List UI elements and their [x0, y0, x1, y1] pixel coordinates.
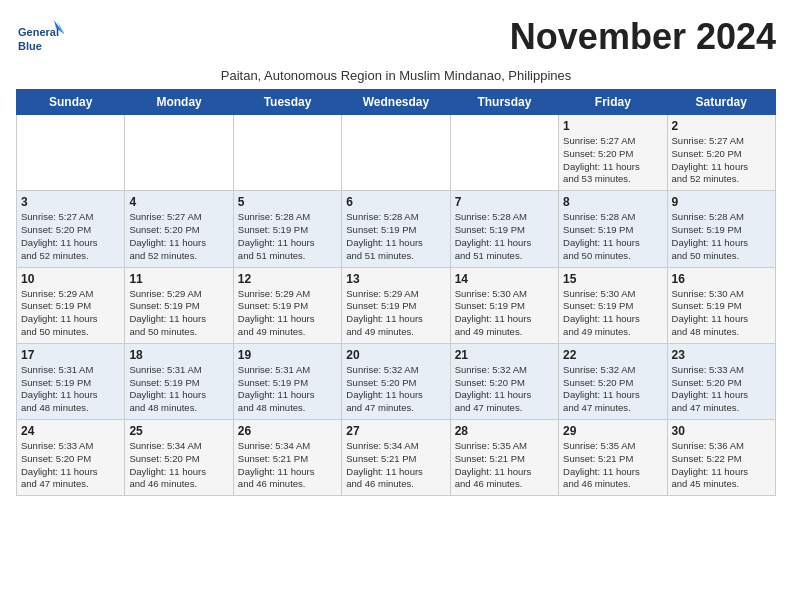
calendar-cell: 4Sunrise: 5:27 AM Sunset: 5:20 PM Daylig… [125, 191, 233, 267]
day-number: 4 [129, 195, 228, 209]
calendar-cell: 29Sunrise: 5:35 AM Sunset: 5:21 PM Dayli… [559, 420, 667, 496]
day-info: Sunrise: 5:30 AM Sunset: 5:19 PM Dayligh… [455, 288, 554, 339]
calendar-cell: 20Sunrise: 5:32 AM Sunset: 5:20 PM Dayli… [342, 343, 450, 419]
day-number: 13 [346, 272, 445, 286]
calendar-cell: 14Sunrise: 5:30 AM Sunset: 5:19 PM Dayli… [450, 267, 558, 343]
day-info: Sunrise: 5:34 AM Sunset: 5:21 PM Dayligh… [238, 440, 337, 491]
day-info: Sunrise: 5:30 AM Sunset: 5:19 PM Dayligh… [672, 288, 771, 339]
col-header-sunday: Sunday [17, 90, 125, 115]
day-info: Sunrise: 5:34 AM Sunset: 5:21 PM Dayligh… [346, 440, 445, 491]
day-info: Sunrise: 5:36 AM Sunset: 5:22 PM Dayligh… [672, 440, 771, 491]
col-header-tuesday: Tuesday [233, 90, 341, 115]
calendar-cell: 17Sunrise: 5:31 AM Sunset: 5:19 PM Dayli… [17, 343, 125, 419]
day-info: Sunrise: 5:28 AM Sunset: 5:19 PM Dayligh… [346, 211, 445, 262]
calendar-cell: 19Sunrise: 5:31 AM Sunset: 5:19 PM Dayli… [233, 343, 341, 419]
calendar-cell: 22Sunrise: 5:32 AM Sunset: 5:20 PM Dayli… [559, 343, 667, 419]
day-number: 6 [346, 195, 445, 209]
calendar-cell: 5Sunrise: 5:28 AM Sunset: 5:19 PM Daylig… [233, 191, 341, 267]
day-number: 10 [21, 272, 120, 286]
calendar-cell: 2Sunrise: 5:27 AM Sunset: 5:20 PM Daylig… [667, 115, 775, 191]
day-info: Sunrise: 5:29 AM Sunset: 5:19 PM Dayligh… [129, 288, 228, 339]
calendar-cell: 15Sunrise: 5:30 AM Sunset: 5:19 PM Dayli… [559, 267, 667, 343]
day-info: Sunrise: 5:32 AM Sunset: 5:20 PM Dayligh… [563, 364, 662, 415]
calendar-header-row: SundayMondayTuesdayWednesdayThursdayFrid… [17, 90, 776, 115]
day-number: 3 [21, 195, 120, 209]
day-number: 7 [455, 195, 554, 209]
svg-text:General: General [18, 26, 59, 38]
day-info: Sunrise: 5:35 AM Sunset: 5:21 PM Dayligh… [563, 440, 662, 491]
day-number: 17 [21, 348, 120, 362]
day-info: Sunrise: 5:29 AM Sunset: 5:19 PM Dayligh… [21, 288, 120, 339]
calendar-cell [450, 115, 558, 191]
calendar-week-row: 24Sunrise: 5:33 AM Sunset: 5:20 PM Dayli… [17, 420, 776, 496]
calendar-cell: 16Sunrise: 5:30 AM Sunset: 5:19 PM Dayli… [667, 267, 775, 343]
calendar-cell: 23Sunrise: 5:33 AM Sunset: 5:20 PM Dayli… [667, 343, 775, 419]
calendar-cell: 27Sunrise: 5:34 AM Sunset: 5:21 PM Dayli… [342, 420, 450, 496]
calendar-cell [233, 115, 341, 191]
calendar-cell: 9Sunrise: 5:28 AM Sunset: 5:19 PM Daylig… [667, 191, 775, 267]
day-number: 29 [563, 424, 662, 438]
subtitle: Paitan, Autonomous Region in Muslim Mind… [16, 68, 776, 83]
col-header-saturday: Saturday [667, 90, 775, 115]
calendar-week-row: 17Sunrise: 5:31 AM Sunset: 5:19 PM Dayli… [17, 343, 776, 419]
day-number: 19 [238, 348, 337, 362]
day-number: 26 [238, 424, 337, 438]
calendar-cell: 21Sunrise: 5:32 AM Sunset: 5:20 PM Dayli… [450, 343, 558, 419]
calendar-week-row: 1Sunrise: 5:27 AM Sunset: 5:20 PM Daylig… [17, 115, 776, 191]
day-number: 23 [672, 348, 771, 362]
month-title: November 2024 [510, 16, 776, 58]
day-info: Sunrise: 5:28 AM Sunset: 5:19 PM Dayligh… [238, 211, 337, 262]
col-header-monday: Monday [125, 90, 233, 115]
day-number: 11 [129, 272, 228, 286]
day-info: Sunrise: 5:29 AM Sunset: 5:19 PM Dayligh… [238, 288, 337, 339]
day-number: 25 [129, 424, 228, 438]
day-number: 18 [129, 348, 228, 362]
col-header-wednesday: Wednesday [342, 90, 450, 115]
header-section: General Blue November 2024 [16, 16, 776, 64]
day-number: 2 [672, 119, 771, 133]
day-number: 1 [563, 119, 662, 133]
calendar-cell: 28Sunrise: 5:35 AM Sunset: 5:21 PM Dayli… [450, 420, 558, 496]
day-number: 20 [346, 348, 445, 362]
day-number: 30 [672, 424, 771, 438]
calendar-cell: 6Sunrise: 5:28 AM Sunset: 5:19 PM Daylig… [342, 191, 450, 267]
calendar-cell: 1Sunrise: 5:27 AM Sunset: 5:20 PM Daylig… [559, 115, 667, 191]
calendar-week-row: 10Sunrise: 5:29 AM Sunset: 5:19 PM Dayli… [17, 267, 776, 343]
day-info: Sunrise: 5:28 AM Sunset: 5:19 PM Dayligh… [672, 211, 771, 262]
day-number: 24 [21, 424, 120, 438]
day-info: Sunrise: 5:27 AM Sunset: 5:20 PM Dayligh… [672, 135, 771, 186]
day-number: 14 [455, 272, 554, 286]
calendar-cell: 30Sunrise: 5:36 AM Sunset: 5:22 PM Dayli… [667, 420, 775, 496]
day-number: 15 [563, 272, 662, 286]
day-info: Sunrise: 5:34 AM Sunset: 5:20 PM Dayligh… [129, 440, 228, 491]
calendar-cell [125, 115, 233, 191]
calendar-cell: 11Sunrise: 5:29 AM Sunset: 5:19 PM Dayli… [125, 267, 233, 343]
logo: General Blue [16, 16, 64, 64]
day-info: Sunrise: 5:31 AM Sunset: 5:19 PM Dayligh… [238, 364, 337, 415]
calendar-cell: 12Sunrise: 5:29 AM Sunset: 5:19 PM Dayli… [233, 267, 341, 343]
day-number: 28 [455, 424, 554, 438]
day-info: Sunrise: 5:27 AM Sunset: 5:20 PM Dayligh… [21, 211, 120, 262]
calendar-cell: 25Sunrise: 5:34 AM Sunset: 5:20 PM Dayli… [125, 420, 233, 496]
calendar-cell: 18Sunrise: 5:31 AM Sunset: 5:19 PM Dayli… [125, 343, 233, 419]
day-number: 8 [563, 195, 662, 209]
day-info: Sunrise: 5:32 AM Sunset: 5:20 PM Dayligh… [455, 364, 554, 415]
day-number: 21 [455, 348, 554, 362]
day-info: Sunrise: 5:30 AM Sunset: 5:19 PM Dayligh… [563, 288, 662, 339]
day-info: Sunrise: 5:28 AM Sunset: 5:19 PM Dayligh… [455, 211, 554, 262]
col-header-thursday: Thursday [450, 90, 558, 115]
day-info: Sunrise: 5:27 AM Sunset: 5:20 PM Dayligh… [563, 135, 662, 186]
calendar-cell: 13Sunrise: 5:29 AM Sunset: 5:19 PM Dayli… [342, 267, 450, 343]
calendar-cell [17, 115, 125, 191]
day-number: 5 [238, 195, 337, 209]
day-info: Sunrise: 5:28 AM Sunset: 5:19 PM Dayligh… [563, 211, 662, 262]
day-info: Sunrise: 5:33 AM Sunset: 5:20 PM Dayligh… [672, 364, 771, 415]
day-number: 27 [346, 424, 445, 438]
day-info: Sunrise: 5:31 AM Sunset: 5:19 PM Dayligh… [129, 364, 228, 415]
general-blue-logo-icon: General Blue [16, 16, 64, 64]
day-info: Sunrise: 5:27 AM Sunset: 5:20 PM Dayligh… [129, 211, 228, 262]
calendar-cell: 24Sunrise: 5:33 AM Sunset: 5:20 PM Dayli… [17, 420, 125, 496]
day-number: 16 [672, 272, 771, 286]
day-info: Sunrise: 5:31 AM Sunset: 5:19 PM Dayligh… [21, 364, 120, 415]
day-number: 9 [672, 195, 771, 209]
